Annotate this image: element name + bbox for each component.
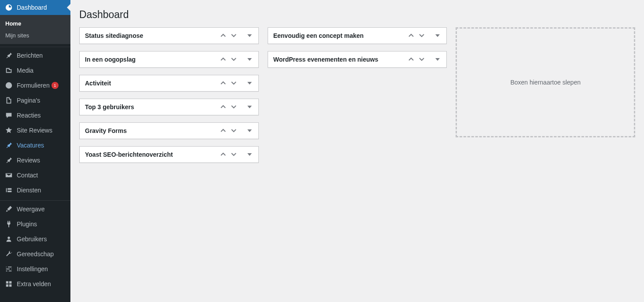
sidebar-item-label: Dashboard bbox=[17, 4, 47, 11]
move-down-button[interactable] bbox=[228, 53, 239, 66]
toggle-widget-button[interactable] bbox=[244, 100, 255, 114]
menu-separator bbox=[0, 45, 70, 47]
star-icon bbox=[4, 126, 13, 134]
widget-handle-actions bbox=[406, 53, 446, 66]
toggle-widget-button[interactable] bbox=[432, 29, 443, 42]
sidebar-item-berichten[interactable]: Berichten bbox=[0, 48, 70, 63]
dashboard-widget[interactable]: Yoast SEO-berichtenoverzicht bbox=[79, 146, 259, 163]
widget-title: Yoast SEO-berichtenoverzicht bbox=[80, 147, 218, 162]
dashboard-widget[interactable]: Status sitediagnose bbox=[79, 27, 259, 44]
sidebar-item-formulieren[interactable]: Formulieren 1 bbox=[0, 78, 70, 93]
dashboard-widget[interactable]: Top 3 gebruikers bbox=[79, 99, 259, 115]
dashboard-icon bbox=[4, 4, 13, 11]
sidebar-item-paginas[interactable]: Pagina's bbox=[0, 93, 70, 108]
dashboard-widget[interactable]: WordPress evenementen en nieuws bbox=[268, 51, 447, 68]
sidebar-item-gebruikers[interactable]: Gebruikers bbox=[0, 232, 70, 247]
toggle-widget-button[interactable] bbox=[244, 29, 255, 42]
empty-drop-zone-text: Boxen hiernaartoe slepen bbox=[510, 79, 581, 86]
sidebar-item-label: Vacatures bbox=[17, 142, 44, 149]
widget-header: Gravity Forms bbox=[80, 123, 258, 139]
extra-icon bbox=[4, 280, 13, 288]
dashboard-column-1: Status sitediagnoseIn een oogopslagActiv… bbox=[79, 27, 259, 163]
move-down-button[interactable] bbox=[228, 124, 239, 137]
pin-icon bbox=[4, 52, 13, 59]
sidebar-item-vacatures[interactable]: Vacatures bbox=[0, 138, 70, 153]
move-down-button[interactable] bbox=[416, 29, 427, 42]
widget-header: Top 3 gebruikers bbox=[80, 99, 258, 115]
widget-handle-actions bbox=[218, 124, 258, 137]
widget-handle-actions bbox=[218, 100, 258, 114]
dashboard-widget[interactable]: Activiteit bbox=[79, 75, 259, 92]
widget-header: Yoast SEO-berichtenoverzicht bbox=[80, 147, 258, 162]
dashboard-widget[interactable]: Gravity Forms bbox=[79, 122, 259, 139]
sidebar-item-label: Contact bbox=[17, 172, 38, 179]
move-up-button[interactable] bbox=[218, 124, 228, 137]
brush-icon bbox=[4, 205, 13, 213]
widget-header: WordPress evenementen en nieuws bbox=[268, 52, 447, 67]
sidebar-submenu-dashboard: Home Mijn sites bbox=[0, 15, 70, 44]
dashboard-widget[interactable]: In een oogopslag bbox=[79, 51, 259, 68]
move-up-button[interactable] bbox=[218, 148, 228, 161]
toggle-widget-button[interactable] bbox=[432, 53, 443, 66]
sidebar-item-diensten[interactable]: Diensten bbox=[0, 183, 70, 198]
widget-header: Eenvoudig een concept maken bbox=[268, 28, 447, 44]
toggle-widget-button[interactable] bbox=[244, 77, 255, 90]
sidebar-item-reviews[interactable]: Reviews bbox=[0, 153, 70, 168]
admin-sidebar: Dashboard Home Mijn sites Berichten Medi… bbox=[0, 0, 70, 302]
move-up-button[interactable] bbox=[406, 53, 416, 66]
move-down-button[interactable] bbox=[228, 29, 239, 42]
submenu-item-mysites[interactable]: Mijn sites bbox=[0, 29, 70, 41]
widget-header: Activiteit bbox=[80, 75, 258, 91]
sidebar-item-label: Berichten bbox=[17, 52, 43, 59]
sidebar-item-contact[interactable]: Contact bbox=[0, 168, 70, 183]
widget-title: Top 3 gebruikers bbox=[80, 99, 218, 115]
move-up-button[interactable] bbox=[218, 100, 228, 114]
sidebar-item-label: Plugins bbox=[17, 221, 37, 228]
sidebar-item-label: Reviews bbox=[17, 157, 40, 164]
sidebar-item-reacties[interactable]: Reacties bbox=[0, 108, 70, 123]
sidebar-item-label: Diensten bbox=[17, 187, 41, 194]
move-down-button[interactable] bbox=[228, 77, 239, 90]
toggle-widget-button[interactable] bbox=[244, 148, 255, 161]
sidebar-item-sitereviews[interactable]: Site Reviews bbox=[0, 123, 70, 138]
sidebar-item-extravelden[interactable]: Extra velden bbox=[0, 276, 70, 291]
widget-title: Status sitediagnose bbox=[80, 28, 218, 44]
plug-icon bbox=[4, 220, 13, 228]
widget-handle-actions bbox=[218, 77, 258, 90]
media-icon bbox=[4, 66, 13, 74]
sidebar-item-weergave[interactable]: Weergave bbox=[0, 202, 70, 217]
sidebar-item-instellingen[interactable]: Instellingen bbox=[0, 261, 70, 276]
widget-title: Gravity Forms bbox=[80, 123, 218, 139]
move-down-button[interactable] bbox=[228, 148, 239, 161]
sidebar-item-label: Gereedschap bbox=[17, 250, 54, 258]
sidebar-item-label: Gebruikers bbox=[17, 236, 47, 243]
sidebar-item-plugins[interactable]: Plugins bbox=[0, 217, 70, 232]
dashboard-widget[interactable]: Eenvoudig een concept maken bbox=[268, 27, 447, 44]
sidebar-item-gereedschap[interactable]: Gereedschap bbox=[0, 247, 70, 261]
page-title: Dashboard bbox=[79, 0, 635, 27]
empty-drop-zone[interactable]: Boxen hiernaartoe slepen bbox=[456, 27, 635, 137]
submenu-item-home[interactable]: Home bbox=[0, 18, 70, 29]
sidebar-item-label: Formulieren bbox=[17, 82, 50, 89]
widget-header: Status sitediagnose bbox=[80, 28, 258, 44]
widget-handle-actions bbox=[218, 53, 258, 66]
dashboard-columns: Status sitediagnoseIn een oogopslagActiv… bbox=[79, 27, 635, 163]
update-badge: 1 bbox=[52, 82, 59, 89]
sidebar-item-label: Weergave bbox=[17, 206, 45, 213]
mail-icon bbox=[4, 171, 13, 179]
comments-icon bbox=[4, 111, 13, 119]
wrench-icon bbox=[4, 250, 13, 258]
move-up-button[interactable] bbox=[218, 29, 228, 42]
move-up-button[interactable] bbox=[406, 29, 416, 42]
sidebar-item-media[interactable]: Media bbox=[0, 63, 70, 78]
sidebar-item-label: Reacties bbox=[17, 112, 40, 119]
sidebar-item-dashboard[interactable]: Dashboard bbox=[0, 0, 70, 15]
sidebar-item-label: Extra velden bbox=[17, 280, 51, 287]
move-up-button[interactable] bbox=[218, 77, 228, 90]
toggle-widget-button[interactable] bbox=[244, 53, 255, 66]
move-down-button[interactable] bbox=[228, 100, 239, 114]
widget-handle-actions bbox=[406, 29, 446, 42]
move-up-button[interactable] bbox=[218, 53, 228, 66]
toggle-widget-button[interactable] bbox=[244, 124, 255, 137]
move-down-button[interactable] bbox=[416, 53, 427, 66]
